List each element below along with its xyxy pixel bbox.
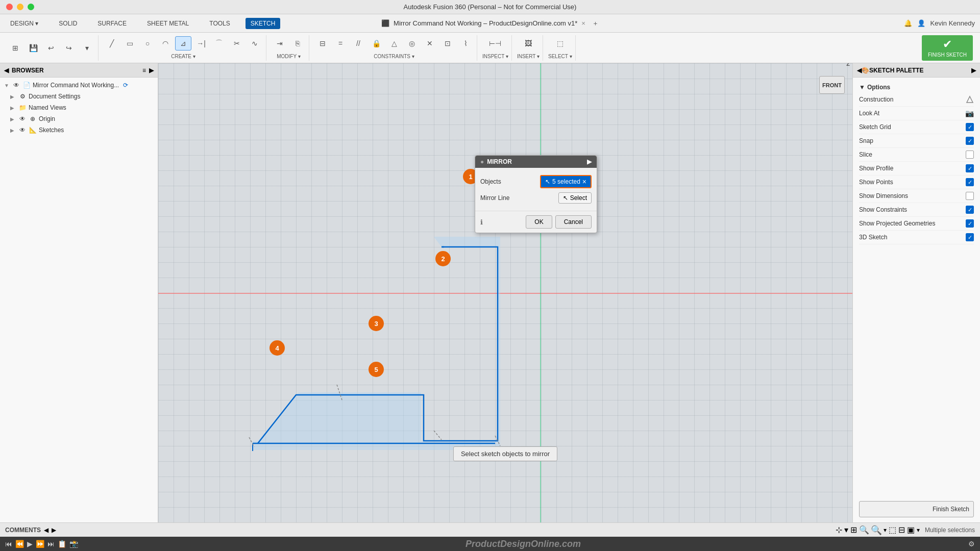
trim-tool[interactable]: ✂ (229, 36, 245, 51)
tab-solid[interactable]: SOLID (54, 18, 82, 29)
display-mode-icon[interactable]: ⬚ (889, 525, 896, 535)
step-back-button[interactable]: ⏪ (15, 540, 24, 548)
collapse-palette-icon[interactable]: ◀ (857, 67, 862, 74)
settings-button[interactable]: ⚙ (968, 540, 975, 548)
zoom-out-icon[interactable]: 🔍 (859, 525, 869, 535)
notification-icon[interactable]: 🔔 (904, 19, 912, 27)
finish-sketch-button[interactable]: ✔ FINISH SKETCH (922, 35, 973, 61)
tab-close-button[interactable]: × (581, 19, 585, 27)
circle-tool[interactable]: ○ (139, 36, 156, 51)
timeline-icon[interactable]: 📋 (58, 540, 66, 548)
insert-tool[interactable]: 🖼 (520, 36, 536, 51)
dimension-tool[interactable]: ⊟ (314, 36, 331, 51)
wireframe-icon[interactable]: ⊟ (898, 525, 905, 535)
fullscreen-window-button[interactable] (28, 4, 34, 10)
save-button[interactable]: 💾 (25, 41, 41, 55)
options-arrow[interactable]: ▼ (859, 84, 865, 91)
browser-menu-icon[interactable]: ≡ (142, 67, 146, 74)
tree-item-sketches[interactable]: ▶ 👁 📐 Sketches (0, 124, 158, 136)
arc-tool[interactable]: ◠ (157, 36, 174, 51)
play-button[interactable]: ▶ (27, 540, 33, 548)
tree-item-doc-settings[interactable]: ▶ ⚙ Document Settings (0, 91, 158, 102)
lookat-action[interactable]: 📷 (965, 109, 974, 117)
concentric-constraint[interactable]: ◎ (404, 36, 420, 51)
close-window-button[interactable] (6, 4, 13, 10)
split-panel-icon[interactable]: ▶ (52, 527, 56, 534)
badge-close-button[interactable]: × (582, 178, 586, 186)
dialog-expand-icon[interactable]: ▶ (587, 158, 592, 165)
spline-tool[interactable]: ∿ (247, 36, 263, 51)
redo-button[interactable]: ↪ (61, 41, 77, 55)
snap-checkbox[interactable] (966, 137, 974, 145)
show-points-checkbox[interactable] (966, 178, 974, 186)
shaded-icon[interactable]: ▣ (907, 525, 915, 535)
refresh-icon[interactable]: ⟳ (123, 82, 128, 89)
symmetric-constraint[interactable]: ⊡ (439, 36, 456, 51)
expand-palette-icon[interactable]: ▶ (971, 67, 976, 74)
tangent-constraint[interactable]: ✕ (422, 36, 438, 51)
zoom-dropdown[interactable]: ▾ (884, 527, 887, 534)
midpoint-constraint[interactable]: △ (386, 36, 402, 51)
screen-icon[interactable]: ⊞ (850, 525, 857, 535)
slice-checkbox[interactable] (966, 151, 974, 159)
zoom-in-icon[interactable]: 🔍 (871, 524, 882, 535)
sketch-grid-checkbox[interactable] (966, 123, 974, 131)
tab-sheet-metal[interactable]: SHEET METAL (142, 18, 194, 29)
more-button[interactable]: ▾ (79, 41, 95, 55)
mirror-tool[interactable]: ⊿ (175, 36, 191, 51)
offset-tool[interactable]: ⇥ (272, 36, 288, 51)
tab-surface[interactable]: SURFACE (92, 18, 132, 29)
rectangle-tool[interactable]: ▭ (121, 36, 138, 51)
dialog-header: ● MIRROR ▶ (475, 156, 597, 168)
cursor-select-icon[interactable]: ⊹ (836, 525, 842, 535)
curvature-constraint[interactable]: ⌇ (457, 36, 474, 51)
view-cube[interactable]: Z FRONT (817, 68, 847, 99)
effects-dropdown[interactable]: ▾ (917, 527, 920, 534)
grid-menu-button[interactable]: ⊞ (7, 41, 23, 55)
3d-sketch-label: 3D Sketch (859, 234, 887, 241)
account-icon[interactable]: 👤 (917, 19, 925, 27)
project-tool[interactable]: ⎘ (289, 36, 306, 51)
fillet-tool[interactable]: ⌒ (211, 36, 227, 51)
show-dimensions-checkbox[interactable] (966, 192, 974, 200)
tree-item-origin[interactable]: ▶ 👁 ⊕ Origin (0, 113, 158, 124)
inspect-tool[interactable]: ⊢⊣ (484, 36, 506, 51)
mirror-dialog: ● MIRROR ▶ Objects ↖ 5 selected × Mirror… (475, 155, 597, 233)
show-projected-checkbox[interactable] (966, 219, 974, 228)
front-face[interactable]: FRONT (819, 76, 845, 94)
document-tab[interactable]: ⬛ Mirror Command Not Working – ProductDe… (381, 19, 599, 28)
tab-design[interactable]: DESIGN ▾ (5, 18, 43, 29)
tab-tools[interactable]: TOOLS (204, 18, 235, 29)
show-profile-checkbox[interactable] (966, 164, 974, 172)
tree-item-named-views[interactable]: ▶ 📁 Named Views (0, 102, 158, 113)
finish-sketch-palette-button[interactable]: Finish Sketch (859, 501, 974, 517)
undo-button[interactable]: ↩ (43, 41, 59, 55)
collapse-browser-icon[interactable]: ◀ (4, 67, 9, 74)
mirror-line-select-button[interactable]: ↖ Select (558, 192, 592, 204)
ok-button[interactable]: OK (526, 215, 552, 229)
camera-icon-bottom[interactable]: 📸 (69, 540, 78, 548)
toggle-comments-icon[interactable]: ◀ (44, 527, 48, 534)
equal-constraint[interactable]: = (332, 36, 349, 51)
cancel-button[interactable]: Cancel (555, 215, 592, 229)
3d-sketch-checkbox[interactable] (966, 233, 974, 241)
tree-item-root[interactable]: ▼ 👁 📄 Mirror Command Not Working... ⟳ (0, 80, 158, 91)
canvas-area[interactable]: 1 2 3 4 5 ● MIRROR ▶ Objects ↖ 5 selecte… (158, 63, 852, 522)
step-forward-button[interactable]: ⏩ (36, 540, 44, 548)
skip-forward-button[interactable]: ⏭ (47, 540, 55, 548)
camera-view-icon[interactable]: ▾ (844, 525, 848, 535)
minimize-window-button[interactable] (17, 4, 23, 10)
tab-sketch[interactable]: SKETCH (246, 18, 281, 29)
info-icon[interactable]: ℹ (480, 218, 483, 226)
line-tool[interactable]: ╱ (104, 36, 120, 51)
selected-badge[interactable]: ↖ 5 selected × (540, 175, 592, 188)
extend-tool[interactable]: →| (193, 36, 209, 51)
skip-back-button[interactable]: ⏮ (5, 540, 12, 548)
parallel-constraint[interactable]: // (350, 36, 366, 51)
browser-expand-icon[interactable]: ▶ (149, 67, 154, 74)
show-constraints-checkbox[interactable] (966, 206, 974, 214)
new-tab-button[interactable]: ＋ (592, 19, 599, 28)
select-tool[interactable]: ⬚ (552, 36, 568, 51)
main-area: ◀ BROWSER ≡ ▶ ▼ 👁 📄 Mirror Command Not W… (0, 63, 980, 522)
lock-constraint[interactable]: 🔒 (368, 36, 384, 51)
